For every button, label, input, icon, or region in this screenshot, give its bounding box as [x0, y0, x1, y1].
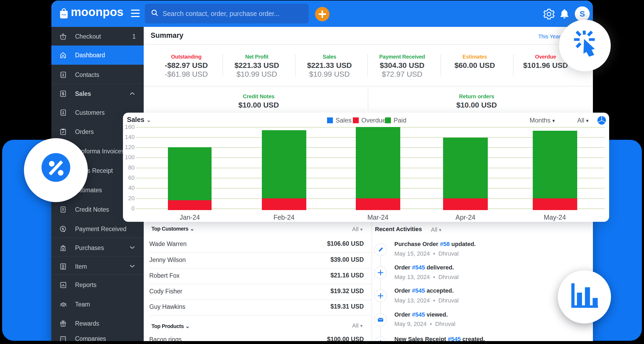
- svg-text:POS: POS: [62, 14, 67, 16]
